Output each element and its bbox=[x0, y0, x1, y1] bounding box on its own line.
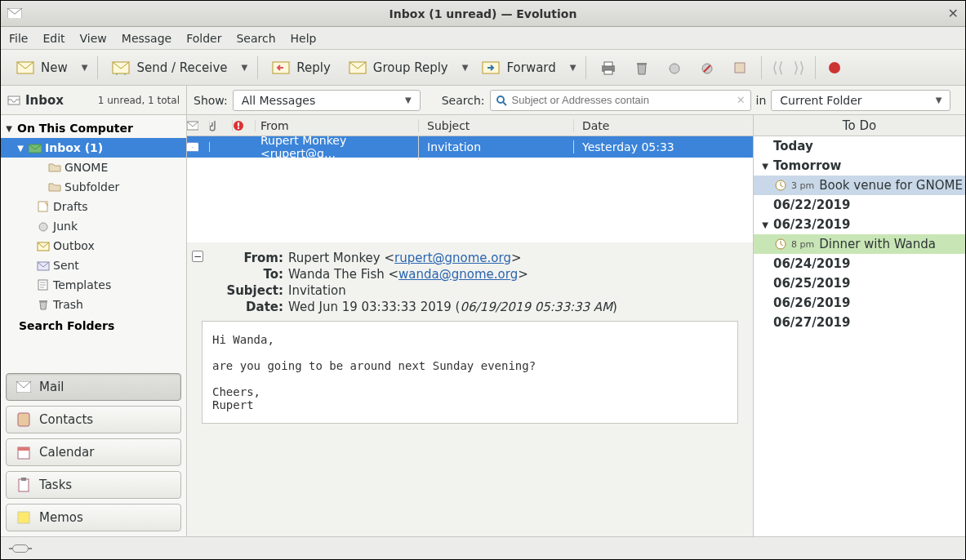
todo-item-dinner[interactable]: 8 pm Dinner with Wanda bbox=[754, 234, 965, 254]
print-icon bbox=[600, 60, 617, 75]
window-title: Inbox (1 unread) — Evolution bbox=[1, 7, 965, 20]
chevron-down-icon: ▼ bbox=[405, 96, 412, 104]
svg-point-10 bbox=[670, 64, 679, 73]
tasks-icon bbox=[16, 478, 31, 492]
switcher-mail[interactable]: Mail bbox=[6, 373, 181, 401]
trash-icon bbox=[634, 60, 649, 75]
print-button[interactable] bbox=[591, 56, 625, 80]
todo-today[interactable]: Today bbox=[754, 136, 965, 156]
tree-outbox[interactable]: Outbox bbox=[1, 236, 186, 256]
menu-view[interactable]: View bbox=[80, 32, 107, 45]
svg-rect-21 bbox=[39, 300, 47, 302]
svg-rect-23 bbox=[18, 413, 29, 426]
tree-search-root[interactable]: Search Folders bbox=[1, 316, 186, 336]
todo-date[interactable]: 06/27/2019 bbox=[754, 313, 965, 332]
svg-rect-26 bbox=[19, 479, 29, 491]
todo-item-book-venue[interactable]: 3 pm Book venue for GNOME … bbox=[754, 176, 965, 195]
folder-icon bbox=[48, 162, 61, 173]
in-value: Current Folder bbox=[780, 94, 861, 107]
svg-rect-31 bbox=[238, 122, 239, 127]
tree-sent[interactable]: Sent bbox=[1, 256, 186, 275]
show-combo[interactable]: All Messages▼ bbox=[233, 90, 421, 111]
todo-date[interactable]: 06/22/2019 bbox=[754, 195, 965, 215]
to-email-link[interactable]: wanda@gnome.org bbox=[398, 267, 518, 282]
message-list-header: From Subject Date bbox=[187, 115, 753, 136]
delete-button[interactable] bbox=[625, 56, 658, 80]
group-reply-button[interactable]: Group Reply bbox=[340, 56, 457, 80]
svg-rect-12 bbox=[735, 63, 745, 73]
forward-dropdown-icon[interactable]: ▼ bbox=[565, 63, 581, 72]
tree-subfolder[interactable]: Subfolder bbox=[1, 177, 186, 197]
menu-folder[interactable]: Folder bbox=[186, 32, 221, 45]
new-button[interactable]: New bbox=[7, 56, 77, 80]
mail-icon bbox=[16, 381, 31, 393]
drafts-icon bbox=[37, 201, 50, 212]
hdr-subject-key: Subject: bbox=[215, 283, 288, 298]
switcher-calendar[interactable]: Calendar bbox=[6, 438, 181, 466]
svg-rect-28 bbox=[18, 512, 29, 523]
tree-gnome[interactable]: GNOME bbox=[1, 158, 186, 177]
send-receive-button[interactable]: Send / Receive bbox=[103, 56, 236, 80]
message-list[interactable]: Rupert Monkey <rupert@g… Invitation Yest… bbox=[187, 136, 753, 242]
mark-icon bbox=[732, 60, 747, 75]
new-dropdown-icon[interactable]: ▼ bbox=[77, 63, 93, 72]
hdr-subject-value: Invitation bbox=[288, 283, 746, 298]
hdr-to-key: To: bbox=[215, 267, 288, 282]
todo-date[interactable]: 06/24/2019 bbox=[754, 254, 965, 273]
col-subject[interactable]: Subject bbox=[419, 119, 574, 132]
col-from[interactable]: From bbox=[256, 119, 419, 132]
outbox-icon bbox=[37, 240, 50, 251]
prev-icon[interactable]: ⟨⟨ bbox=[767, 56, 788, 79]
preview-pane: − From: Rupert Monkey <rupert@gnome.org>… bbox=[187, 242, 753, 536]
tree-account[interactable]: ▼On This Computer bbox=[1, 118, 186, 138]
not-junk-button[interactable] bbox=[691, 56, 723, 80]
todo-item-time: 3 pm bbox=[791, 180, 814, 191]
tree-junk[interactable]: Junk bbox=[1, 216, 186, 236]
col-status-icon[interactable] bbox=[187, 121, 210, 131]
forward-label: Forward bbox=[506, 60, 555, 75]
collapse-headers-icon[interactable]: − bbox=[192, 251, 203, 262]
status-bar bbox=[1, 536, 965, 559]
tree-drafts[interactable]: Drafts bbox=[1, 197, 186, 216]
todo-date[interactable]: 06/26/2019 bbox=[754, 293, 965, 313]
tree-inbox[interactable]: ▼ Inbox (1) bbox=[1, 138, 186, 158]
message-row[interactable]: Rupert Monkey <rupert@g… Invitation Yest… bbox=[187, 136, 753, 158]
in-combo[interactable]: Current Folder▼ bbox=[771, 90, 950, 111]
switcher-contacts[interactable]: Contacts bbox=[6, 406, 181, 433]
menu-search[interactable]: Search bbox=[236, 32, 275, 45]
switcher-tasks[interactable]: Tasks bbox=[6, 471, 181, 499]
menu-file[interactable]: File bbox=[9, 32, 28, 45]
todo-date[interactable]: ▼06/23/2019 bbox=[754, 215, 965, 234]
forward-button[interactable]: Forward bbox=[473, 56, 564, 80]
from-email-link[interactable]: rupert@gnome.org bbox=[394, 251, 511, 265]
switcher-contacts-label: Contacts bbox=[39, 412, 93, 427]
tree-trash[interactable]: Trash bbox=[1, 295, 186, 314]
col-date[interactable]: Date bbox=[574, 119, 753, 132]
reply-button[interactable]: Reply bbox=[263, 56, 340, 80]
svg-rect-32 bbox=[238, 127, 239, 129]
send-receive-dropdown-icon[interactable]: ▼ bbox=[237, 63, 253, 72]
hdr-date-key: Date: bbox=[215, 300, 288, 314]
svg-rect-27 bbox=[21, 478, 26, 481]
switcher-memos[interactable]: Memos bbox=[6, 504, 181, 531]
menu-help[interactable]: Help bbox=[291, 32, 317, 45]
templates-icon bbox=[37, 279, 50, 291]
clear-search-icon[interactable]: ✕ bbox=[737, 94, 746, 106]
folder-icon bbox=[48, 181, 61, 193]
tree-templates[interactable]: Templates bbox=[1, 275, 186, 295]
stop-icon[interactable] bbox=[829, 62, 840, 73]
search-input[interactable] bbox=[512, 94, 732, 106]
junk-button[interactable] bbox=[658, 56, 691, 80]
todo-tomorrow[interactable]: ▼Tomorrow bbox=[754, 156, 965, 176]
next-icon[interactable]: ⟩⟩ bbox=[789, 56, 810, 79]
mark-button[interactable] bbox=[723, 56, 756, 80]
todo-date[interactable]: 06/25/2019 bbox=[754, 273, 965, 293]
svg-rect-9 bbox=[637, 63, 647, 64]
menu-message[interactable]: Message bbox=[122, 32, 171, 45]
search-input-container[interactable]: ✕ bbox=[490, 90, 751, 111]
group-reply-dropdown-icon[interactable]: ▼ bbox=[457, 63, 474, 72]
menu-edit[interactable]: Edit bbox=[42, 32, 65, 45]
col-important-icon[interactable] bbox=[233, 120, 256, 131]
col-attachment-icon[interactable] bbox=[210, 120, 233, 131]
online-status-icon[interactable] bbox=[12, 544, 29, 553]
